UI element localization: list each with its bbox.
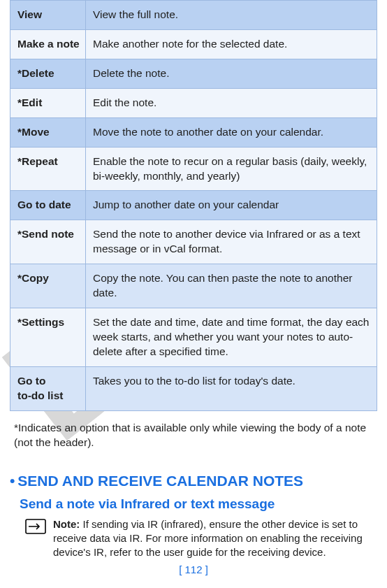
option-label: Make a note: [10, 29, 86, 59]
table-row: Make a note Make another note for the se…: [10, 29, 377, 59]
option-label: View: [10, 1, 86, 30]
table-row: *Repeat Enable the note to recur on a re…: [10, 147, 377, 191]
note-icon: [25, 519, 46, 537]
option-desc: Edit the note.: [86, 88, 377, 117]
option-label: *Settings: [10, 308, 86, 367]
option-desc: View the full note.: [86, 1, 377, 30]
table-row: *Move Move the note to another date on y…: [10, 117, 377, 147]
option-label: *Delete: [10, 59, 86, 88]
option-desc: Jump to another date on your calendar: [86, 191, 377, 220]
table-row: *Send note Send the note to another devi…: [10, 220, 377, 264]
option-desc: Enable the note to recur on a regular ba…: [86, 147, 377, 191]
option-label: *Edit: [10, 88, 86, 117]
note-body: If sending via IR (infrared), ensure the…: [53, 518, 363, 559]
section-heading-text: SEND AND RECEIVE CALENDAR NOTES: [17, 473, 303, 489]
table-row: *Copy Copy the note. You can then paste …: [10, 264, 377, 308]
note-text: Note: If sending via IR (infrared), ensu…: [53, 517, 370, 560]
note-block: Note: If sending via IR (infrared), ensu…: [25, 517, 370, 560]
option-desc: Delete the note.: [86, 59, 377, 88]
footnote-text: *Indicates an option that is available o…: [14, 421, 373, 450]
note-label: Note:: [53, 518, 83, 530]
option-desc: Copy the note. You can then paste the no…: [86, 264, 377, 308]
option-desc: Make another note for the selected date.: [86, 29, 377, 59]
option-label: *Move: [10, 117, 86, 147]
option-desc: Send the note to another device via Infr…: [86, 220, 377, 264]
option-desc: Move the note to another date on your ca…: [86, 117, 377, 147]
table-row: View View the full note.: [10, 1, 377, 30]
table-row: Go to date Jump to another date on your …: [10, 191, 377, 220]
table-row: Go to to-do list Takes you to the to-do …: [10, 366, 377, 410]
option-label: *Send note: [10, 220, 86, 264]
section-heading: •SEND AND RECEIVE CALENDAR NOTES: [10, 473, 377, 489]
option-desc: Takes you to the to-do list for today's …: [86, 366, 377, 410]
table-row: *Delete Delete the note.: [10, 59, 377, 88]
bullet-icon: •: [10, 473, 15, 489]
option-label: Go to to-do list: [10, 366, 86, 410]
subsection-heading: Send a note via Infrared or text message: [20, 496, 377, 512]
table-row: *Edit Edit the note.: [10, 88, 377, 117]
options-table: View View the full note. Make a note Mak…: [10, 0, 377, 411]
option-desc: Set the date and time, date and time for…: [86, 308, 377, 367]
table-row: *Settings Set the date and time, date an…: [10, 308, 377, 367]
option-label: *Copy: [10, 264, 86, 308]
option-label: Go to date: [10, 191, 86, 220]
option-label: *Repeat: [10, 147, 86, 191]
page-number: [ 112 ]: [0, 564, 387, 575]
